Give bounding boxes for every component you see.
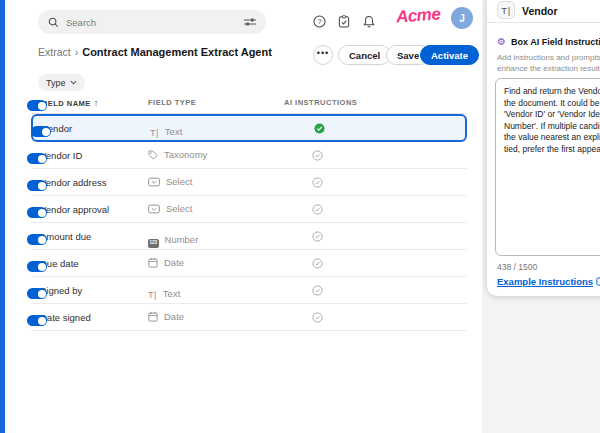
field-type-cell: Select bbox=[148, 203, 192, 214]
instruction-line: Find and return the Vendor bbox=[504, 86, 600, 98]
instruction-line: tied, prefer the first appear bbox=[504, 144, 600, 156]
instruction-line: the value nearest an explici bbox=[504, 132, 600, 144]
table-row[interactable]: Due date Date bbox=[31, 250, 467, 277]
filter-sliders-icon[interactable] bbox=[244, 17, 256, 27]
table-header-row: FIELD NAME ↑ FIELD TYPE AI INSTRUCTIONS bbox=[31, 95, 467, 114]
text-field-type-icon: T| bbox=[497, 1, 515, 19]
field-type-icon bbox=[148, 311, 158, 322]
field-type-label: Date bbox=[164, 311, 184, 322]
field-type-label: Text bbox=[163, 288, 180, 299]
field-type-icon bbox=[148, 204, 160, 214]
cancel-button[interactable]: Cancel bbox=[338, 45, 391, 65]
ai-status-empty-icon bbox=[312, 285, 323, 296]
column-header-ai-instructions[interactable]: AI INSTRUCTIONS bbox=[284, 98, 357, 107]
external-link-icon bbox=[596, 277, 600, 286]
box-ai-section-title: Box AI Field Instructions bbox=[511, 37, 600, 47]
field-type-cell: T| Text bbox=[150, 122, 182, 140]
toggle-knob bbox=[38, 209, 46, 217]
field-type-cell: Taxonomy bbox=[148, 149, 207, 160]
type-filter-label: Type bbox=[46, 78, 66, 88]
toggle-knob bbox=[38, 317, 46, 325]
ai-status-empty-icon bbox=[312, 150, 323, 161]
description-line: enhance the extraction results t bbox=[497, 63, 600, 74]
row-enable-switch[interactable] bbox=[27, 234, 47, 245]
ai-status-empty-icon bbox=[312, 231, 323, 242]
table-row[interactable]: Vendor ID Taxonomy bbox=[31, 142, 467, 169]
user-avatar[interactable]: J bbox=[451, 7, 473, 29]
svg-text:?: ? bbox=[317, 17, 321, 26]
panel-field-name: Vendor bbox=[522, 5, 558, 17]
field-type-label: Number bbox=[165, 234, 199, 245]
toggle-all-switch[interactable] bbox=[27, 100, 47, 111]
breadcrumb-separator-icon: › bbox=[75, 46, 79, 58]
row-enable-switch[interactable] bbox=[27, 315, 47, 326]
field-name: Amount due bbox=[40, 231, 91, 242]
row-enable-switch[interactable] bbox=[31, 126, 51, 137]
table-row[interactable]: Signed by T| Text bbox=[31, 277, 467, 304]
column-header-field-name[interactable]: FIELD NAME ↑ bbox=[40, 98, 99, 108]
field-type-label: Date bbox=[164, 257, 184, 268]
more-options-button[interactable]: ••• bbox=[313, 45, 333, 65]
breadcrumb-parent[interactable]: Extract bbox=[38, 46, 71, 58]
field-type-icon: T| bbox=[150, 122, 159, 140]
table-row[interactable]: Date signed Date bbox=[31, 304, 467, 331]
field-type-label: Select bbox=[166, 203, 192, 214]
help-icon[interactable]: ? bbox=[312, 14, 326, 28]
search-icon bbox=[48, 17, 59, 28]
ai-status-empty-icon bbox=[312, 204, 323, 215]
table-row[interactable]: Vendor approval Select bbox=[31, 196, 467, 223]
ai-instructions-textarea[interactable]: Find and return the Vendorthe document. … bbox=[495, 78, 600, 256]
app-window: Search ? Acme J Extract › Contract Manag… bbox=[0, 0, 600, 433]
type-filter-dropdown[interactable]: Type bbox=[38, 74, 85, 91]
sort-ascending-icon: ↑ bbox=[94, 98, 99, 108]
table-row[interactable]: Amount due 123 Number bbox=[31, 223, 467, 250]
toggle-knob bbox=[38, 155, 46, 163]
field-type-cell: Date bbox=[148, 257, 184, 268]
page-title: Contract Management Extract Agent bbox=[82, 46, 272, 58]
field-type-icon bbox=[148, 177, 160, 187]
box-ai-gear-icon: ⚙ bbox=[497, 37, 506, 47]
box-ai-section-header: ⚙ Box AI Field Instructions bbox=[497, 37, 600, 47]
instruction-line: the document. It could be re bbox=[504, 98, 600, 110]
toggle-knob bbox=[38, 263, 46, 271]
field-type-label: Text bbox=[165, 126, 182, 137]
field-type-icon: 123 bbox=[148, 230, 159, 248]
table-row[interactable]: Vendor address Select bbox=[31, 169, 467, 196]
row-enable-switch[interactable] bbox=[27, 288, 47, 299]
toggle-knob bbox=[38, 236, 46, 244]
panel-header: T| Vendor bbox=[487, 0, 600, 23]
chevron-down-icon bbox=[70, 80, 77, 85]
section-description: Add instructions and prompts fenhance th… bbox=[497, 52, 600, 74]
tasks-clipboard-icon[interactable] bbox=[337, 14, 351, 28]
table-row[interactable]: Vendor T| Text bbox=[31, 114, 467, 142]
ai-status-empty-icon bbox=[312, 177, 323, 188]
activate-button[interactable]: Activate bbox=[420, 45, 479, 65]
row-enable-switch[interactable] bbox=[27, 180, 47, 191]
toggle-knob bbox=[42, 128, 50, 136]
field-type-icon bbox=[148, 150, 158, 160]
ai-status-empty-icon bbox=[312, 258, 323, 269]
fields-table: FIELD NAME ↑ FIELD TYPE AI INSTRUCTIONS … bbox=[31, 95, 467, 331]
field-type-icon bbox=[148, 257, 158, 268]
field-name: Vendor approval bbox=[40, 204, 109, 215]
column-header-field-type[interactable]: FIELD TYPE bbox=[148, 98, 196, 107]
field-type-label: Select bbox=[166, 176, 192, 187]
row-enable-switch[interactable] bbox=[27, 153, 47, 164]
description-line: Add instructions and prompts f bbox=[497, 52, 600, 63]
row-enable-switch[interactable] bbox=[27, 261, 47, 272]
row-enable-switch[interactable] bbox=[27, 207, 47, 218]
instruction-line: 'Vendor ID' or 'Vendor Iden bbox=[504, 109, 600, 121]
left-accent-stripe bbox=[0, 0, 5, 433]
field-name: Date signed bbox=[40, 312, 91, 323]
toggle-knob bbox=[38, 290, 46, 298]
field-type-cell: 123 Number bbox=[148, 230, 198, 248]
example-instructions-link[interactable]: Example Instructions bbox=[497, 276, 600, 287]
instruction-line: Number'. If multiple candida bbox=[504, 121, 600, 133]
acme-logo: Acme bbox=[395, 4, 441, 27]
field-detail-panel: T| Vendor ⚙ Box AI Field Instructions Ad… bbox=[487, 0, 600, 296]
notifications-bell-icon[interactable] bbox=[362, 14, 376, 28]
character-count: 438 / 1500 bbox=[497, 262, 537, 272]
table-body: Vendor T| Text Vendor ID Taxonomy Vendor… bbox=[31, 114, 467, 331]
search-input[interactable]: Search bbox=[38, 10, 266, 34]
field-type-cell: T| Text bbox=[148, 284, 180, 302]
